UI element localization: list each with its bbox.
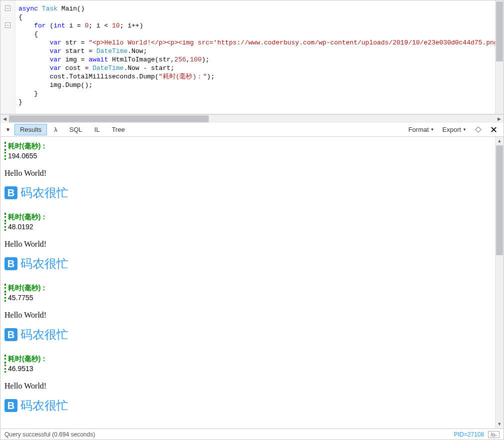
logo-text: 码农很忙 [20, 398, 68, 414]
logo-text: 码农很忙 [20, 185, 68, 201]
dump-value: 48.0192 [4, 223, 491, 231]
scrollbar-thumb[interactable] [496, 145, 503, 255]
dropdown-icon[interactable]: ▼ [3, 127, 12, 132]
dump-label: 耗时(毫秒)： [4, 142, 491, 151]
logo-b-icon: B [4, 257, 17, 270]
hello-text: Hello World! [4, 169, 491, 178]
tab-results[interactable]: Results [14, 124, 47, 135]
scroll-up-icon[interactable]: ▲ [496, 137, 504, 145]
statusbar: Query successful (0.694 seconds) PID=271… [0, 429, 504, 440]
autoscroll-icon[interactable] [472, 124, 485, 135]
logo-text: 码农很忙 [20, 327, 68, 343]
logo-image: B 码农很忙 [4, 398, 491, 414]
fold-toggle[interactable]: − [5, 22, 10, 28]
code-editor-pane: − − async Task Main() { for (int i = 0; … [0, 0, 504, 114]
close-icon[interactable] [487, 124, 501, 135]
status-mode[interactable]: /o- [488, 431, 500, 438]
status-pid: PID=27108 [454, 431, 484, 438]
dump-value: 46.9513 [4, 365, 491, 373]
results-vertical-scrollbar[interactable]: ▲ ▼ [495, 137, 504, 429]
scrollbar-thumb[interactable] [9, 115, 209, 122]
tab-il[interactable]: IL [89, 124, 105, 135]
hello-text: Hello World! [4, 382, 491, 391]
results-pane: 耗时(毫秒)： 194.0655 Hello World! B 码农很忙 耗时(… [0, 137, 504, 429]
fold-toggle[interactable]: − [5, 5, 10, 11]
format-button[interactable]: Format▼ [405, 124, 437, 135]
dump-value: 45.7755 [4, 294, 491, 302]
logo-image: B 码农很忙 [4, 256, 491, 272]
results-tabbar: ▼ Results λ SQL IL Tree Format▼ Export▼ [0, 123, 504, 137]
hello-text: Hello World! [4, 240, 491, 249]
code-gutter: − − [0, 0, 15, 114]
export-button[interactable]: Export▼ [440, 124, 470, 135]
code-vertical-scrollbar[interactable] [495, 0, 504, 114]
logo-b-icon: B [4, 399, 17, 412]
dump-label: 耗时(毫秒)： [4, 284, 491, 293]
scrollbar-thumb[interactable] [496, 1, 503, 61]
logo-b-icon: B [4, 186, 17, 199]
logo-image: B 码农很忙 [4, 327, 491, 343]
tab-lambda[interactable]: λ [49, 124, 62, 135]
tab-tree[interactable]: Tree [107, 124, 130, 135]
scroll-right-icon[interactable]: ▶ [495, 115, 504, 123]
logo-text: 码农很忙 [20, 256, 68, 272]
code-horizontal-scrollbar[interactable]: ◀ ▶ [0, 114, 504, 123]
scroll-left-icon[interactable]: ◀ [0, 115, 9, 123]
dump-value: 194.0655 [4, 152, 491, 160]
tab-sql[interactable]: SQL [64, 124, 87, 135]
dump-label: 耗时(毫秒)： [4, 213, 491, 222]
hello-text: Hello World! [4, 311, 491, 320]
status-message: Query successful (0.694 seconds) [4, 431, 95, 438]
logo-b-icon: B [4, 328, 17, 341]
code-area[interactable]: async Task Main() { for (int i = 0; i < … [15, 0, 495, 114]
scroll-down-icon[interactable]: ▼ [496, 420, 504, 429]
logo-image: B 码农很忙 [4, 185, 491, 201]
dump-label: 耗时(毫秒)： [4, 355, 491, 364]
results-body[interactable]: 耗时(毫秒)： 194.0655 Hello World! B 码农很忙 耗时(… [0, 137, 495, 429]
